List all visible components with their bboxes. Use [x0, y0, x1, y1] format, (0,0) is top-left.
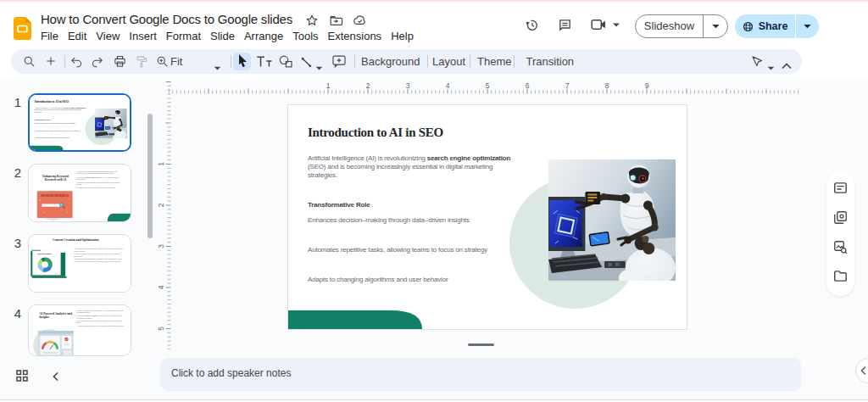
svg-text:1: 1	[158, 162, 165, 166]
svg-text:5: 5	[158, 327, 165, 331]
svg-text:9: 9	[645, 81, 649, 90]
svg-text:1: 1	[326, 81, 331, 90]
svg-text:2: 2	[366, 81, 370, 90]
svg-text:2: 2	[158, 203, 165, 207]
svg-text:8: 8	[605, 81, 609, 90]
svg-text:Content Output: Content Output	[37, 253, 52, 254]
svg-text:5: 5	[486, 81, 490, 90]
svg-text:inter: inter	[55, 272, 58, 274]
svg-text:4: 4	[446, 81, 450, 90]
svg-text:4: 4	[158, 285, 165, 289]
svg-text:7: 7	[565, 81, 570, 90]
svg-text:6: 6	[526, 81, 530, 90]
svg-text:3: 3	[406, 81, 410, 90]
svg-text:3: 3	[158, 244, 165, 248]
